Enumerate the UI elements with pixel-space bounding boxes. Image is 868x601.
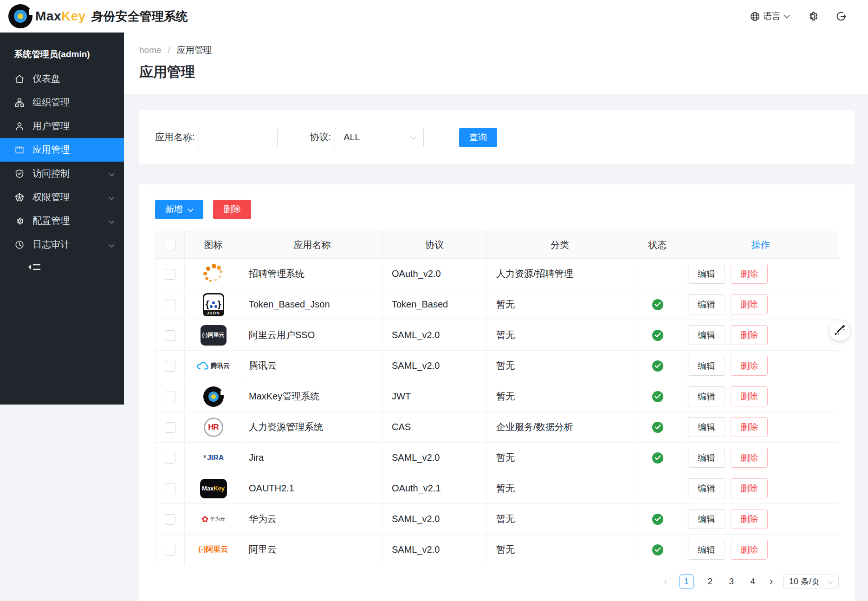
- search-button[interactable]: 查询: [459, 128, 497, 147]
- sidebar-item-users[interactable]: 用户管理: [0, 114, 124, 138]
- bulk-delete-button[interactable]: 删除: [213, 200, 251, 219]
- edit-button[interactable]: 编辑: [688, 448, 725, 468]
- table-header-row: 图标 应用名称 协议 分类 状态 操作: [155, 231, 839, 259]
- edit-button[interactable]: 编辑: [688, 356, 725, 376]
- delete-button[interactable]: 删除: [731, 540, 768, 560]
- status-cell: [633, 289, 682, 320]
- sidebar-item-org[interactable]: 组织管理: [0, 91, 124, 114]
- sidebar-item-apps[interactable]: 应用管理: [0, 138, 124, 162]
- sidebar-item-access[interactable]: 访问控制: [0, 162, 124, 185]
- row-checkbox[interactable]: [165, 361, 175, 372]
- app-icon-cell: 腾讯云: [185, 351, 242, 381]
- app-icon-cell: [185, 259, 242, 289]
- logout-icon[interactable]: [836, 11, 847, 22]
- edit-button[interactable]: 编辑: [688, 417, 725, 437]
- sidebar-item-audit[interactable]: 日志审计: [0, 233, 124, 256]
- prev-page-icon[interactable]: ‹: [664, 576, 667, 587]
- row-checkbox[interactable]: [165, 269, 175, 280]
- brand-key: Key: [61, 9, 86, 23]
- table-row: (-)阿里云阿里云SAML_v2.0暂无编辑删除: [155, 535, 839, 565]
- delete-button[interactable]: 删除: [731, 264, 768, 284]
- top-header: MaxKey 身份安全管理系统 语言: [0, 0, 868, 33]
- chevron-down-icon: [188, 204, 194, 215]
- protocol-cell: SAML_v2.0: [382, 443, 487, 473]
- table-row: (-)阿里云阿里云用户SSOSAML_v2.0暂无编辑删除: [155, 320, 839, 351]
- row-checkbox[interactable]: [165, 300, 175, 310]
- delete-button[interactable]: 删除: [731, 417, 768, 437]
- delete-button[interactable]: 删除: [731, 509, 768, 529]
- row-select-cell: [155, 443, 185, 473]
- row-select-cell: [155, 535, 185, 565]
- sidebar-item-dashboard[interactable]: 仪表盘: [0, 67, 124, 91]
- edit-button[interactable]: 编辑: [688, 264, 725, 284]
- current-user-label: 系统管理员(admin): [0, 33, 124, 67]
- edit-button[interactable]: 编辑: [688, 509, 725, 529]
- protocol-cell: CAS: [382, 412, 487, 443]
- add-button[interactable]: 新增: [155, 200, 203, 219]
- magic-wand-fab[interactable]: [829, 320, 850, 341]
- delete-button[interactable]: 删除: [731, 356, 768, 376]
- col-actions: 操作: [682, 231, 839, 259]
- edit-button[interactable]: 编辑: [688, 386, 725, 406]
- delete-button[interactable]: 删除: [731, 448, 768, 468]
- row-checkbox[interactable]: [165, 514, 175, 525]
- protocol-cell: OAuth_v2.0: [382, 259, 487, 289]
- edit-button[interactable]: 编辑: [688, 540, 725, 560]
- sidebar-item-perm[interactable]: 权限管理: [0, 185, 124, 209]
- row-checkbox[interactable]: [165, 483, 175, 494]
- row-checkbox[interactable]: [165, 330, 175, 341]
- row-checkbox[interactable]: [165, 453, 175, 464]
- delete-button[interactable]: 删除: [731, 478, 768, 498]
- sidebar-item-config[interactable]: 配置管理: [0, 209, 124, 233]
- app-name-label: 应用名称:: [155, 131, 195, 144]
- row-checkbox[interactable]: [165, 392, 175, 402]
- row-checkbox[interactable]: [165, 422, 175, 433]
- category-cell: 企业服务/数据分析: [487, 412, 633, 443]
- delete-button[interactable]: 删除: [731, 294, 768, 314]
- protocol-select[interactable]: ALL: [335, 128, 424, 147]
- app-name-cell: Jira: [242, 443, 382, 473]
- breadcrumb-home-link[interactable]: home: [139, 45, 162, 55]
- table-row: ✕JIRAJiraSAML_v2.0暂无编辑删除: [155, 443, 839, 473]
- json-token-icon: {}JSON: [185, 289, 242, 320]
- settings-gear-icon[interactable]: [807, 10, 819, 22]
- delete-button[interactable]: 删除: [731, 325, 768, 345]
- row-select-cell: [155, 289, 185, 320]
- app-name-cell: MaxKey管理系统: [242, 381, 382, 412]
- clock-icon: [14, 239, 25, 250]
- page-size-select[interactable]: 10 条/页: [783, 575, 839, 588]
- select-all-checkbox[interactable]: [165, 240, 175, 250]
- app-name-input[interactable]: [199, 128, 278, 147]
- chevron-down-icon: [109, 239, 115, 250]
- pentagon-icon: [14, 192, 25, 203]
- col-protocol: 协议: [382, 231, 487, 259]
- status-cell: [633, 320, 682, 351]
- row-checkbox[interactable]: [165, 545, 175, 555]
- page-number-2[interactable]: 2: [706, 576, 715, 587]
- next-page-icon[interactable]: ›: [770, 576, 773, 587]
- row-select-cell: [155, 351, 185, 381]
- chevron-down-icon: [410, 132, 417, 143]
- maxkey-text-icon: MaxKey: [185, 473, 242, 503]
- status-cell: [633, 443, 682, 473]
- apps-icon: [14, 144, 25, 156]
- sidebar: 系统管理员(admin) 仪表盘组织管理用户管理应用管理访问控制权限管理配置管理…: [0, 33, 124, 405]
- page-number-4[interactable]: 4: [748, 576, 758, 587]
- protocol-cell: OAuth_v2.1: [382, 473, 487, 504]
- status-active-icon: [652, 330, 663, 341]
- maxkey-admin-app: MaxKey 身份安全管理系统 语言 系统管理员(admin): [0, 0, 868, 601]
- status-cell: [633, 381, 682, 412]
- status-active-icon: [652, 422, 663, 433]
- collapse-sidebar-button[interactable]: [0, 261, 124, 275]
- status-cell: [633, 504, 682, 535]
- edit-button[interactable]: 编辑: [688, 294, 725, 314]
- page-number-3[interactable]: 3: [727, 576, 736, 587]
- edit-button[interactable]: 编辑: [688, 478, 725, 498]
- language-menu[interactable]: 语言: [750, 10, 790, 22]
- category-cell: 暂无: [487, 504, 633, 535]
- edit-button[interactable]: 编辑: [688, 325, 725, 345]
- delete-button[interactable]: 删除: [731, 386, 768, 406]
- status-active-icon: [652, 544, 663, 555]
- main-content: 应用名称: 协议: ALL 查询 新增 删除: [124, 94, 868, 601]
- page-number-1[interactable]: 1: [680, 575, 693, 588]
